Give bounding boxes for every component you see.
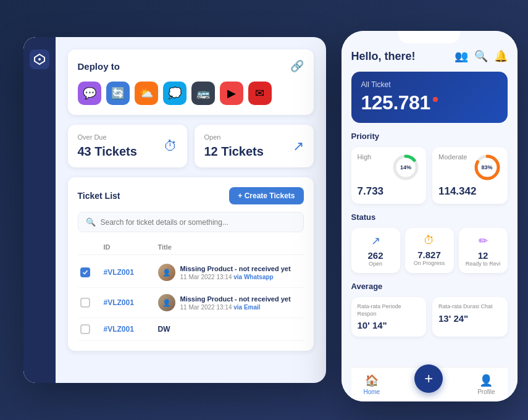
ticket-header: Ticket List + Create Tickets: [78, 187, 304, 204]
stats-row: Over Due 43 Tickets ⏱ Open 12 Tickets ↗: [68, 125, 314, 167]
avg-chat-card: Rata-rata Durasi Chat 13' 24": [432, 297, 508, 337]
ticket-meta: 11 Mar 2022 13:14 via Whatsapp: [180, 274, 291, 280]
moderate-label: Moderate: [438, 153, 467, 161]
nav-plus-button[interactable]: +: [414, 364, 443, 393]
moderate-priority-header: Moderate 83%: [438, 153, 501, 182]
table-row[interactable]: #VLZ001 👤 Missing Product - not received…: [78, 288, 304, 318]
app-icons-row: 💬 🔄 ⛅ 💭 🚌 ▶ ✉: [78, 82, 304, 105]
high-percent: 14%: [400, 164, 411, 170]
home-icon: 🏠: [365, 374, 379, 387]
ticket-info: 👤 Missing Product - not received yet 11 …: [158, 294, 301, 311]
create-tickets-button[interactable]: + Create Tickets: [229, 187, 303, 204]
checkbox-checked[interactable]: [80, 267, 90, 277]
open-stat-card: Open 12 Tickets ↗: [195, 125, 314, 167]
profile-label: Profile: [477, 388, 495, 395]
progress-status-card: ⏱ 7.827 On Progress: [405, 228, 454, 273]
video-app-icon[interactable]: ▶: [220, 82, 243, 105]
moderate-value: 114.342: [438, 185, 501, 198]
progress-status-icon: ⏱: [409, 234, 450, 247]
checkbox[interactable]: [80, 298, 90, 308]
table-row[interactable]: #VLZ001 👤 Missing Product - not received…: [78, 258, 304, 288]
open-label: Open: [204, 133, 304, 141]
banner-number: 125.781: [361, 91, 498, 114]
ticket-section: Ticket List + Create Tickets 🔍 ID Title: [68, 177, 314, 351]
mobile-content: Hello, there! 👥 🔍 🔔 All Ticket 125.781 P…: [342, 31, 518, 401]
search-icon: 🔍: [86, 217, 96, 227]
high-priority-card: High 14% 7.733: [351, 147, 427, 204]
table-header: ID Title: [78, 240, 304, 255]
clock-icon: ⏱: [164, 138, 177, 154]
desktop-card: Deploy to 🔗 💬 🔄 ⛅ 💭 🚌 ▶ ✉ Over Due: [23, 37, 326, 383]
ticket-name: Missing Product - not received yet: [180, 265, 291, 272]
table-row[interactable]: #VLZ001 DW: [78, 318, 304, 341]
ticket-id: #VLZ001: [104, 325, 153, 334]
main-content: Deploy to 🔗 💬 🔄 ⛅ 💭 🚌 ▶ ✉ Over Due: [56, 37, 326, 383]
progress-status-value: 7.827: [409, 250, 450, 260]
notification-dot: [433, 97, 438, 102]
col-id: ID: [104, 243, 153, 251]
avg-chat-value: 13' 24": [438, 313, 501, 324]
avg-chat-label: Rata-rata Durasi Chat: [438, 303, 501, 311]
nav-profile[interactable]: 👤 Profile: [477, 374, 495, 395]
mobile-greeting: Hello, there!: [351, 50, 416, 63]
review-status-icon: ✏: [463, 234, 504, 248]
profile-icon: 👤: [479, 374, 493, 387]
ticket-list-title: Ticket List: [78, 191, 120, 201]
checkbox[interactable]: [80, 324, 90, 334]
banner-label: All Ticket: [361, 80, 498, 89]
users-icon[interactable]: 👥: [455, 49, 468, 63]
ticket-initials: DW: [158, 325, 170, 334]
mobile-notch: [398, 31, 460, 43]
overdue-label: Over Due: [78, 133, 177, 141]
message-app-icon[interactable]: 💭: [163, 82, 186, 105]
weather-app-icon[interactable]: ⛅: [135, 82, 158, 105]
review-status-label: Ready to Revi: [463, 261, 504, 267]
priority-row: High 14% 7.733 Moderate: [351, 147, 508, 204]
ticket-id: #VLZ001: [104, 268, 153, 277]
avg-response-value: 10' 14": [358, 320, 421, 330]
history-app-icon[interactable]: 🔄: [106, 82, 130, 105]
search-input[interactable]: [101, 218, 296, 227]
avg-response-card: Rata-rata Periode Respon 10' 14": [351, 297, 427, 337]
sidebar: [23, 37, 56, 383]
mobile-header-icons: 👥 🔍 🔔: [455, 49, 508, 63]
nav-home[interactable]: 🏠 Home: [364, 374, 380, 395]
all-ticket-banner: All Ticket 125.781: [351, 72, 508, 123]
svg-point-1: [38, 58, 41, 61]
transit-app-icon[interactable]: 🚌: [191, 82, 215, 105]
ticket-meta: 11 Mar 2022 13:14 via Email: [180, 304, 291, 311]
plus-icon: +: [424, 370, 433, 387]
priority-section-title: Priority: [351, 132, 508, 141]
moderate-priority-card: Moderate 83% 114.342: [432, 147, 508, 204]
high-label: High: [358, 153, 372, 161]
open-value: 12 Tickets: [204, 145, 264, 159]
open-status-label: Open: [355, 261, 396, 267]
moderate-donut: 83%: [473, 153, 501, 182]
average-section-title: Average: [351, 282, 508, 291]
open-status-card: ↗ 262 Open: [351, 228, 400, 273]
ticket-details: Missing Product - not received yet 11 Ma…: [180, 295, 291, 311]
open-status-value: 262: [355, 250, 396, 261]
high-priority-header: High 14%: [358, 153, 421, 182]
mail-app-icon[interactable]: ✉: [248, 82, 272, 105]
review-status-value: 12: [463, 250, 504, 261]
status-section-title: Status: [351, 212, 508, 222]
review-status-card: ✏ 12 Ready to Revi: [459, 228, 508, 273]
open-status-icon: ↗: [355, 234, 396, 248]
deploy-header: Deploy to 🔗: [78, 59, 304, 73]
search-icon[interactable]: 🔍: [474, 49, 488, 63]
sidebar-logo: [30, 49, 49, 69]
ticket-info: DW: [158, 325, 301, 334]
high-value: 7.733: [358, 185, 421, 198]
notification-icon[interactable]: 🔔: [494, 49, 508, 63]
search-bar[interactable]: 🔍: [78, 212, 304, 232]
home-label: Home: [364, 388, 380, 395]
avg-response-label: Rata-rata Periode Respon: [358, 303, 421, 317]
mobile-card: Hello, there! 👥 🔍 🔔 All Ticket 125.781 P…: [342, 31, 518, 401]
status-row: ↗ 262 Open ⏱ 7.827 On Progress ✏ 12 Read…: [351, 228, 508, 273]
ticket-details: Missing Product - not received yet 11 Ma…: [180, 265, 291, 280]
overdue-value: 43 Tickets: [78, 145, 137, 159]
col-title: Title: [158, 243, 301, 251]
chat-app-icon[interactable]: 💬: [78, 82, 101, 105]
ticket-name: Missing Product - not received yet: [180, 295, 291, 303]
